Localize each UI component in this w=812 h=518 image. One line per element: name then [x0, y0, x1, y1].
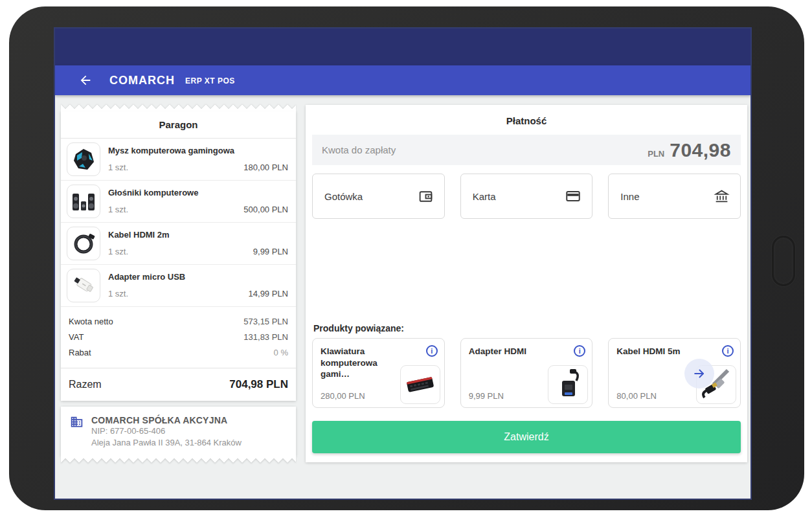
item-price: 500,00 PLN: [243, 205, 288, 214]
receipt-summary: Kwota netto 573,15 PLN VAT 131,83 PLN Ra…: [61, 307, 296, 368]
info-icon[interactable]: i: [426, 345, 438, 357]
payment-title: Płatność: [306, 105, 747, 135]
brand-logo: COMARCH: [109, 74, 175, 87]
related-product-price: 80,00 PLN: [616, 391, 656, 401]
hdmi-adapter-image: [548, 365, 588, 404]
receipt-total: Razem 704,98 PLN: [61, 368, 296, 401]
total-value: 704,98 PLN: [229, 378, 288, 391]
company-panel: COMARCH SPÓŁKA AKCYJNA NIP: 677-00-65-40…: [61, 407, 296, 462]
summary-value: 573,15 PLN: [243, 317, 288, 326]
summary-label: VAT: [69, 332, 84, 342]
hdmi-cable-image: [67, 227, 100, 260]
building-icon: [70, 415, 84, 449]
computer-speakers-image: [67, 185, 100, 218]
company-name: COMARCH SPÓŁKA AKCYJNA: [91, 415, 287, 425]
payment-method-cash[interactable]: Gotówka: [312, 174, 445, 219]
related-products: Klawiatura komputerowa gami… i 280,00 PL…: [312, 338, 741, 408]
receipt-item[interactable]: Mysz komputerowa gamingowa 1 szt. 180,00…: [61, 139, 296, 181]
item-price: 14,99 PLN: [249, 289, 288, 298]
receipt-item[interactable]: Głośniki komputerowe 1 szt. 500,00 PLN: [61, 181, 296, 223]
app-title: ERP XT POS: [185, 76, 235, 85]
item-qty: 1 szt.: [108, 163, 128, 172]
company-nip: NIP: 677-00-65-406: [91, 425, 287, 437]
currency-code: PLN: [648, 149, 664, 159]
content-area: Paragon Mysz komputerowa gamingowa 1 szt…: [55, 95, 750, 497]
related-product-name: Klawiatura komputerowa gami…: [321, 346, 406, 380]
payment-methods: Gotówka Karta Inne: [312, 174, 741, 219]
info-icon[interactable]: i: [574, 345, 585, 357]
tablet-side-button: [772, 236, 795, 286]
summary-row-vat: VAT 131,83 PLN: [69, 329, 288, 344]
summary-row-netto: Kwota netto 573,15 PLN: [69, 313, 288, 329]
method-label: Karta: [473, 191, 496, 202]
gaming-keyboard-image: [400, 365, 440, 404]
related-product-keyboard[interactable]: Klawiatura komputerowa gami… i 280,00 PL…: [312, 338, 445, 408]
back-arrow-icon[interactable]: [78, 73, 94, 88]
page: COMARCH ERP XT POS Paragon Mysz: [0, 0, 812, 518]
receipt-panel: Paragon Mysz komputerowa gamingowa 1 szt…: [61, 105, 296, 401]
tablet-bezel: COMARCH ERP XT POS Paragon Mysz: [9, 6, 804, 510]
payment-method-other[interactable]: Inne: [608, 174, 741, 219]
item-qty: 1 szt.: [108, 205, 128, 214]
related-product-hdmi-adapter[interactable]: Adapter HDMI i 9,99 PLN: [460, 338, 593, 408]
summary-label: Kwota netto: [69, 317, 113, 326]
related-product-name: Adapter HDMI: [469, 346, 554, 357]
confirm-button[interactable]: Zatwierdź: [312, 421, 741, 453]
gaming-mouse-image: [67, 142, 100, 176]
item-name: Adapter micro USB: [108, 272, 288, 282]
receipt-title: Paragon: [61, 111, 296, 139]
related-product-price: 280,00 PLN: [321, 391, 365, 401]
scroll-right-button[interactable]: [684, 359, 714, 388]
method-label: Gotówka: [324, 191, 363, 202]
amount-due-label: Kwota do zapłaty: [322, 144, 396, 155]
related-product-name: Kabel HDMI 5m: [616, 346, 702, 357]
item-name: Kabel HDMI 2m: [108, 230, 288, 240]
summary-row-rabat: Rabat 0 %: [69, 344, 288, 360]
receipt-zigzag-bottom: [61, 456, 296, 462]
item-price: 180,00 PLN: [243, 163, 288, 172]
company-address: Aleja Jana Pawła II 39A, 31-864 Kraków: [91, 437, 287, 449]
summary-label: Rabat: [69, 348, 91, 357]
wallet-icon: [418, 188, 434, 205]
app-screen: COMARCH ERP XT POS Paragon Mysz: [54, 27, 752, 500]
related-product-price: 9,99 PLN: [469, 391, 504, 401]
app-bar: COMARCH ERP XT POS: [55, 65, 750, 95]
payment-panel: Płatność Kwota do zapłaty PLN 704,98 Got…: [306, 105, 747, 462]
info-icon[interactable]: i: [722, 345, 734, 357]
receipt-item[interactable]: Kabel HDMI 2m 1 szt. 9,99 PLN: [61, 223, 296, 265]
receipt-item[interactable]: Adapter micro USB 1 szt. 14,99 PLN: [61, 265, 296, 307]
item-qty: 1 szt.: [108, 289, 128, 298]
amount-due-value: 704,98: [670, 139, 731, 161]
item-price: 9,99 PLN: [253, 247, 288, 256]
item-name: Głośniki komputerowe: [108, 188, 288, 197]
summary-value: 131,83 PLN: [243, 332, 288, 342]
related-product-hdmi-cable[interactable]: Kabel HDMI 5m i 80,00 PLN: [608, 338, 741, 408]
receipt-zigzag-top: [61, 105, 296, 111]
total-label: Razem: [69, 379, 102, 390]
amount-due-bar: Kwota do zapłaty PLN 704,98: [312, 135, 741, 165]
bank-icon: [714, 188, 730, 205]
status-bar: [55, 28, 750, 65]
item-qty: 1 szt.: [108, 247, 128, 256]
related-products-label: Produkty powiązane:: [313, 323, 404, 333]
micro-usb-adapter-image: [67, 269, 100, 302]
payment-method-card[interactable]: Karta: [460, 174, 593, 219]
summary-value: 0 %: [274, 348, 288, 357]
method-label: Inne: [620, 191, 639, 202]
credit-card-icon: [565, 188, 581, 205]
item-name: Mysz komputerowa gamingowa: [108, 146, 288, 155]
